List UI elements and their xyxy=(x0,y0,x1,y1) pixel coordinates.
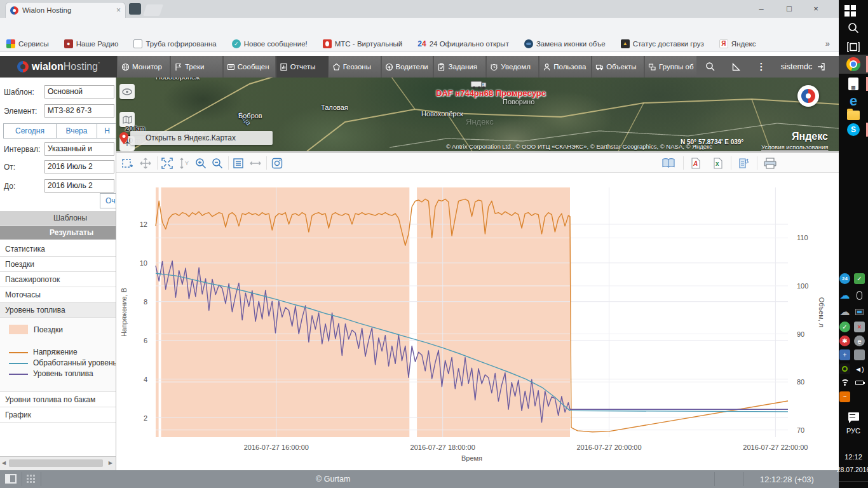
grid-menu-icon[interactable] xyxy=(27,475,29,477)
new-tab-button[interactable] xyxy=(143,4,163,16)
taskbar-calculator-button[interactable]: ▦ xyxy=(839,76,868,92)
scroll-left-icon[interactable]: ◀ xyxy=(2,460,6,466)
today-button[interactable]: Сегодня xyxy=(3,123,57,139)
sidebar-item-statistics[interactable]: Статистика xyxy=(0,241,116,257)
device-error-icon[interactable]: × xyxy=(854,322,865,332)
legend-toggle-button[interactable] xyxy=(233,158,244,169)
bookmark-24[interactable]: 2424 Официально открыт xyxy=(417,39,509,48)
tray-24-icon[interactable]: 24 xyxy=(839,273,850,284)
taskbar-search-button[interactable] xyxy=(839,20,868,36)
tab-close-icon[interactable]: × xyxy=(116,6,121,14)
zoom-out-button[interactable] xyxy=(212,158,223,169)
wifi-icon[interactable] xyxy=(839,377,850,388)
start-button[interactable] xyxy=(839,4,868,18)
toggle-panel-icon[interactable] xyxy=(5,474,17,484)
select-area-button[interactable] xyxy=(122,158,133,169)
zoom-in-button[interactable] xyxy=(195,158,207,169)
clock-time[interactable]: 12:12 xyxy=(839,452,868,461)
notifications-button[interactable] xyxy=(839,409,868,423)
map-tooltip[interactable]: Открыть в Яндекс.Картах xyxy=(130,131,273,145)
taskbar-chrome-button[interactable] xyxy=(839,55,868,74)
copyright[interactable]: © Gurtam xyxy=(316,475,350,484)
bookmark-delivery[interactable]: ▲Статус доставки груз xyxy=(621,39,704,48)
interval-select[interactable]: Указанный и xyxy=(44,142,114,156)
yesterday-button[interactable]: Вчера xyxy=(57,123,97,139)
user-menu[interactable]: sistemdc xyxy=(773,56,834,78)
language-indicator[interactable]: РУС xyxy=(839,426,868,436)
sidebar-item-chart[interactable]: График xyxy=(0,407,116,423)
trace-point-button[interactable] xyxy=(271,158,283,169)
yandex-map-logo[interactable]: Яндекс xyxy=(792,131,828,142)
antivirus-icon[interactable]: ✱ xyxy=(839,336,850,346)
from-date-input[interactable]: 2016 Июль 2 xyxy=(44,160,114,173)
window-minimize-button[interactable]: – xyxy=(751,3,771,15)
nav-geofences[interactable]: Геозоны xyxy=(329,56,381,78)
task-view-button[interactable] xyxy=(839,39,868,55)
nav-tracks[interactable]: Треки xyxy=(171,56,222,78)
taskbar-explorer-button[interactable] xyxy=(839,107,868,123)
templates-section-header[interactable]: Шаблоны xyxy=(0,211,116,225)
export-excel-button[interactable]: x xyxy=(712,158,724,169)
visibility-button[interactable] xyxy=(119,84,135,99)
header-more-button[interactable]: ⋮ xyxy=(754,56,769,78)
pinned-tab-button[interactable] xyxy=(129,3,141,15)
nav-drivers[interactable]: Водители xyxy=(382,56,433,78)
bookmark-services[interactable]: Сервисы xyxy=(6,39,49,48)
eset-icon[interactable]: e xyxy=(854,336,865,346)
bookmark-mts[interactable]: МТС - Виртуальный xyxy=(323,39,403,48)
fuel-chart[interactable]: 246810127080901001102016-07-27 16:00:002… xyxy=(116,173,839,470)
nav-notifications[interactable]: Уведомл xyxy=(487,56,538,78)
bookmark-icon-replace[interactable]: Замена иконки объе xyxy=(524,39,606,48)
java-icon[interactable]: ~ xyxy=(839,391,850,402)
scroll-thumb[interactable] xyxy=(9,459,103,467)
execute-button[interactable]: Оч xyxy=(100,193,116,208)
nav-messages[interactable]: Сообщен xyxy=(224,56,275,78)
nav-users[interactable]: Пользова xyxy=(539,56,591,78)
battery-icon[interactable] xyxy=(854,377,865,388)
sidebar-item-fuel-by-tanks[interactable]: Уровни топлива по бакам xyxy=(0,392,116,407)
bookmarks-overflow-chevron[interactable]: » xyxy=(825,39,830,48)
browser-tab[interactable]: Wialon Hosting × xyxy=(5,2,126,18)
onedrive-icon[interactable]: ☁ xyxy=(839,290,850,301)
nav-units[interactable]: Объекты xyxy=(592,56,644,78)
pan-button[interactable] xyxy=(140,158,151,169)
chart-canvas[interactable]: 246810127080901001102016-07-27 16:00:002… xyxy=(116,173,839,470)
nav-jobs[interactable]: Задания xyxy=(434,56,485,78)
tray-check-icon[interactable]: ✓ xyxy=(854,273,865,284)
header-search-button[interactable] xyxy=(699,56,722,78)
terms-link[interactable]: Условия использования xyxy=(761,144,828,151)
nav-reports[interactable]: Отчеты xyxy=(276,56,328,78)
map-panel[interactable]: Нововоронеж вица Бобров Таловая Новохопё… xyxy=(116,78,839,151)
clock-date[interactable]: 28.07.2016 xyxy=(839,465,868,474)
results-section-header[interactable]: Результаты xyxy=(0,226,116,240)
week-button[interactable]: Н xyxy=(97,123,116,139)
green-messenger-icon[interactable]: ✓ xyxy=(839,322,850,332)
sidebar-hscrollbar[interactable]: ◀ ▶ xyxy=(0,456,116,470)
unit-select[interactable]: МТЗ-82 67-3 xyxy=(44,104,114,118)
fit-chart-button[interactable] xyxy=(161,158,173,169)
cloud-gray-icon[interactable]: ☁ xyxy=(839,306,850,317)
speaker-icon[interactable]: ◄) xyxy=(854,363,865,374)
sidebar-item-trips[interactable]: Поездки xyxy=(0,257,116,272)
mouse-icon[interactable] xyxy=(854,290,865,301)
export-file-button[interactable] xyxy=(738,158,749,169)
sidebar-item-enginehours[interactable]: Моточасы xyxy=(0,287,116,302)
unit-map-label[interactable]: DAF н744рн68 Промресурс xyxy=(436,88,546,98)
sidebar-item-fuel-level[interactable]: Уровень топлива xyxy=(0,302,116,318)
report-view-button[interactable] xyxy=(661,158,675,169)
bookmark-radio[interactable]: ●Наше Радио xyxy=(64,39,119,48)
nav-monitoring[interactable]: Монитор xyxy=(118,56,170,78)
bookmark-yandex[interactable]: ЯЯндекс xyxy=(719,39,756,48)
x-scale-button[interactable] xyxy=(250,158,261,169)
scroll-right-icon[interactable]: ▶ xyxy=(109,460,112,466)
template-select[interactable]: Основной xyxy=(44,85,114,98)
driver-tool-icon[interactable]: + xyxy=(839,349,850,360)
nvidia-icon[interactable] xyxy=(839,363,850,374)
nav-unit-groups[interactable]: Группы об xyxy=(645,56,696,78)
export-pdf-button[interactable]: A xyxy=(690,158,702,169)
sidebar-item-passengers[interactable]: Пасажиропоток xyxy=(0,272,116,287)
window-close-button[interactable]: × xyxy=(806,3,826,15)
y-scale-button[interactable]: Y xyxy=(179,158,190,169)
bookmark-truba[interactable]: Труба гофрированна xyxy=(133,39,216,48)
to-date-input[interactable]: 2016 Июль 2 xyxy=(44,179,114,193)
